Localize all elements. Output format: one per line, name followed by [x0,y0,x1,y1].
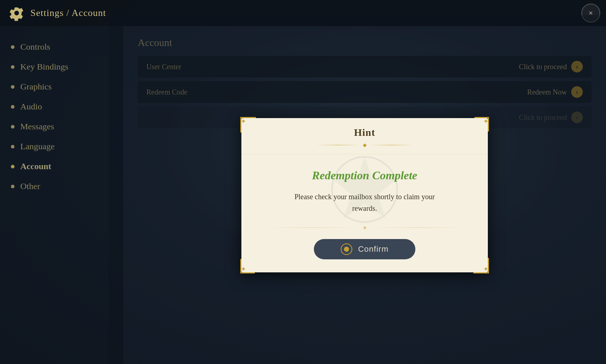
corner-decoration-tr [474,117,489,131]
confirm-button-label: Confirm [358,244,389,254]
sidebar-item-account[interactable]: Account [0,156,123,176]
watermark-svg [328,153,401,226]
bullet-icon [11,165,14,168]
sidebar-item-label: Language [20,142,55,151]
modal-overlay: Hint ◆ Redem [109,15,606,364]
bullet-icon [11,145,14,148]
sidebar: Controls Key Bindings Graphics Audio Mes… [0,26,123,364]
modal-watermark [241,154,488,225]
confirm-button[interactable]: Confirm [314,239,415,259]
modal-header: Hint ◆ [241,118,488,154]
bullet-icon [11,45,14,49]
gear-icon [7,4,26,22]
gear-svg [9,5,25,21]
modal-title: Hint [249,127,481,138]
sidebar-item-label: Other [20,181,40,191]
bullet-icon [11,85,14,89]
bullet-icon [11,105,14,109]
sidebar-item-messages[interactable]: Messages [0,117,123,137]
sidebar-item-other[interactable]: Other [0,176,123,196]
sidebar-item-label: Account [20,162,51,171]
sidebar-item-language[interactable]: Language [0,137,123,156]
bullet-icon [11,125,14,129]
sidebar-item-graphics[interactable]: Graphics [0,77,123,97]
bullet-icon [11,185,14,188]
sidebar-item-key-bindings[interactable]: Key Bindings [0,57,123,77]
corner-decoration-tl [240,117,255,131]
deco-line-right [370,145,413,145]
corner-decoration-br [474,259,489,273]
main-layout: Controls Key Bindings Graphics Audio Mes… [0,26,606,364]
sidebar-item-label: Controls [20,42,50,52]
divider-diamond: ◆ [363,225,366,230]
hint-modal: Hint ◆ Redem [241,118,488,272]
bullet-icon [11,65,14,69]
confirm-button-icon [341,243,352,255]
circle-icon [344,247,349,252]
redemption-message: Please check your mailbox shortly to cla… [263,191,466,214]
deco-line-left [316,145,360,145]
sidebar-item-label: Audio [20,102,42,112]
sidebar-item-label: Messages [20,122,54,131]
modal-deco-line: ◆ [249,142,481,148]
redemption-title: Redemption Complete [263,169,466,182]
sidebar-item-label: Key Bindings [20,62,69,72]
sidebar-item-controls[interactable]: Controls [0,37,123,57]
modal-body: Redemption Complete Please check your ma… [241,154,488,225]
modal-footer: Confirm [241,239,488,272]
deco-diamond: ◆ [363,142,367,148]
modal-divider: ◆ [263,225,466,230]
topbar-title: Settings / Account [30,8,106,18]
corner-decoration-bl [240,259,255,273]
sidebar-item-label: Graphics [20,82,52,92]
divider-line-right [369,227,466,228]
sidebar-item-audio[interactable]: Audio [0,97,123,117]
content-area: Account User Center Click to proceed › R… [123,26,606,364]
divider-line-left [263,227,360,228]
